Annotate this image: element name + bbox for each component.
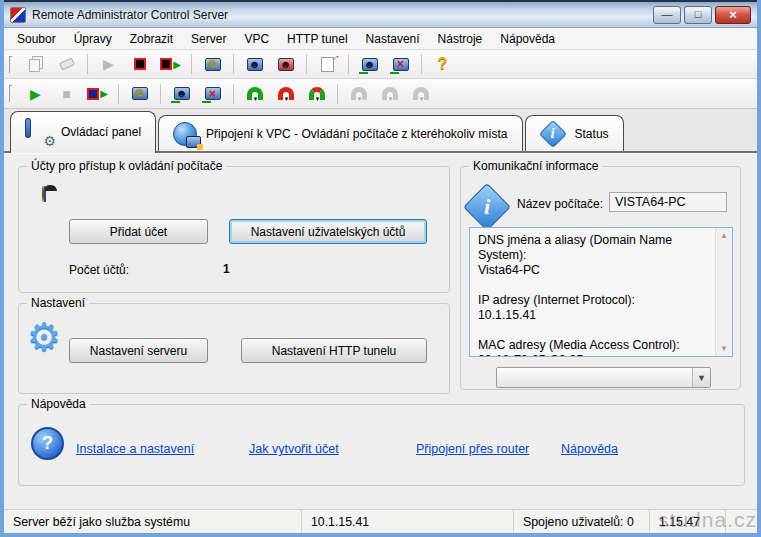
record-stop-icon[interactable]: [124, 52, 155, 76]
menu-soubor[interactable]: Soubor: [8, 29, 65, 49]
tab-label: Status: [575, 127, 609, 141]
link-create-account[interactable]: Jak vytvořit účet: [249, 442, 339, 456]
help-group: Nápověda ? Instalace a nastavení Jak vyt…: [18, 404, 745, 486]
tab-status[interactable]: i Status: [525, 115, 624, 151]
restart-server-icon[interactable]: ▶: [82, 82, 113, 106]
menu-bar: SouborÚpravyZobrazitServerVPCHTTP tunelN…: [4, 28, 757, 50]
play-icon[interactable]: ▶: [93, 52, 124, 76]
link-help[interactable]: Nápověda: [561, 442, 618, 456]
status-section-0: Server běží jako služba systému: [4, 510, 302, 533]
maximize-button[interactable]: □: [684, 6, 712, 24]
http-tunnel-restart-icon[interactable]: [301, 82, 332, 106]
monitor-gear-icon: [25, 121, 52, 143]
toolbar-grip[interactable]: [9, 85, 12, 102]
eraser-icon[interactable]: [51, 52, 82, 76]
info-diamond-icon: i: [467, 187, 507, 227]
tab-strip: Ovládací panel Připojení k VPC - Ovládán…: [4, 109, 757, 153]
menu--pravy[interactable]: Úpravy: [65, 29, 121, 49]
http-tunnel-start-icon[interactable]: [239, 82, 270, 106]
window-title: Remote Administrator Control Server: [32, 8, 228, 22]
menu-http-tunel[interactable]: HTTP tunel: [278, 29, 356, 49]
start-server-icon[interactable]: ▶: [20, 82, 51, 106]
toolbar-separator: [87, 54, 88, 74]
user-icon: [31, 187, 67, 229]
link-router-connection[interactable]: Připojení přes router: [416, 442, 529, 456]
http-proxy-2-icon[interactable]: [374, 82, 405, 106]
computer-name-label: Název počítače:: [517, 197, 603, 211]
globe-monitor-icon: [173, 122, 197, 146]
help-icon[interactable]: ?: [427, 52, 458, 76]
accounts-group: Účty pro přístup k ovládání počítače Při…: [18, 166, 450, 293]
user-accounts-settings-button[interactable]: Nastavení uživatelských účtů: [229, 219, 427, 244]
server-settings-icon-2[interactable]: ⚙: [124, 82, 155, 106]
toolbar-separator: [233, 54, 234, 74]
group-title: Komunikační informace: [469, 159, 602, 173]
disconnect-user-icon-2[interactable]: ×: [197, 82, 228, 106]
menu-vpc[interactable]: VPC: [235, 29, 278, 49]
group-title: Nápověda: [27, 397, 90, 411]
network-info-listbox[interactable]: DNS jména a aliasy (Domain Name System):…: [469, 227, 733, 357]
http-proxy-1-icon[interactable]: [343, 82, 374, 106]
toolbar-separator: [233, 84, 234, 104]
menu-n-stroje[interactable]: Nástroje: [429, 29, 492, 49]
user-session-red-icon[interactable]: ☻: [270, 52, 301, 76]
toolbar-separator: [191, 54, 192, 74]
dropdown-value: [497, 368, 692, 387]
app-logo-icon: [10, 7, 26, 23]
server-settings-button[interactable]: Nastavení serveru: [69, 338, 208, 363]
status-section-1: 10.1.15.41: [302, 510, 514, 533]
tab-label: Ovládací panel: [61, 125, 141, 139]
dropdown-arrow-icon[interactable]: ▼: [692, 368, 710, 387]
status-section-2: Spojeno uživatelů: 0: [514, 510, 650, 533]
title-bar: Remote Administrator Control Server — □ …: [4, 0, 757, 28]
menu-server[interactable]: Server: [182, 29, 235, 49]
group-title: Nastavení: [27, 296, 89, 310]
server-settings-icon[interactable]: ⚙: [197, 52, 228, 76]
menu-nastaven-[interactable]: Nastavení: [357, 29, 429, 49]
toolbar-separator: [337, 84, 338, 104]
status-section-4: [726, 510, 757, 533]
info-diamond-icon: i: [540, 121, 566, 147]
account-count-value: 1: [223, 262, 230, 276]
toolbar-server: ▶■▶⚙☻×: [4, 79, 757, 109]
toolbar-separator: [118, 84, 119, 104]
status-bar: Server běží jako služba systému10.1.15.4…: [4, 509, 757, 533]
user-session-blue-icon[interactable]: ☻: [239, 52, 270, 76]
record-play-icon[interactable]: ▶: [155, 52, 186, 76]
connect-user-icon-2[interactable]: ☻: [166, 82, 197, 106]
toolbar-separator: [348, 54, 349, 74]
network-adapter-dropdown[interactable]: ▼: [496, 367, 711, 388]
toolbar-main: ▶▶⚙☻☻→☻×?: [4, 50, 757, 79]
scroll-up-icon[interactable]: ▲: [720, 231, 728, 240]
gear-icon: ⚙: [27, 318, 61, 356]
minimize-button[interactable]: —: [653, 6, 681, 24]
disconnect-user-icon[interactable]: ×: [385, 52, 416, 76]
settings-group: Nastavení ⚙ Nastavení serveru Nastavení …: [18, 303, 450, 394]
menu-zobrazit[interactable]: Zobrazit: [121, 29, 182, 49]
http-tunnel-settings-button[interactable]: Nastavení HTTP tunelu: [241, 338, 427, 363]
tab-vpc-connection[interactable]: Připojení k VPC - Ovládání počítače z kt…: [158, 115, 522, 151]
stop-server-icon[interactable]: ■: [51, 82, 82, 106]
menu-n-pov-da[interactable]: Nápověda: [491, 29, 564, 49]
scrollbar[interactable]: ▲ ▼: [715, 228, 732, 356]
connect-user-icon[interactable]: ☻: [354, 52, 385, 76]
add-account-button[interactable]: Přidat účet: [69, 219, 208, 244]
window-controls: — □ ×: [653, 6, 751, 24]
toolbar-grip[interactable]: [9, 56, 12, 73]
toolbar-separator: [160, 84, 161, 104]
http-proxy-3-icon[interactable]: [405, 82, 436, 106]
account-count-label: Počet účtů:: [69, 263, 129, 277]
link-installation[interactable]: Instalace a nastavení: [76, 442, 194, 456]
status-section-3: 1.15.47: [650, 510, 726, 533]
help-circle-icon: ?: [31, 427, 64, 460]
toolbar-separator: [421, 54, 422, 74]
http-tunnel-stop-icon[interactable]: [270, 82, 301, 106]
control-panel-page: Účty pro přístup k ovládání počítače Při…: [4, 153, 757, 509]
scroll-down-icon[interactable]: ▼: [720, 344, 728, 353]
export-log-icon[interactable]: →: [312, 52, 343, 76]
copy-icon[interactable]: [20, 52, 51, 76]
computer-name-input[interactable]: [609, 192, 727, 212]
close-button[interactable]: ×: [715, 6, 751, 24]
tab-control-panel[interactable]: Ovládací panel: [10, 111, 156, 153]
group-title: Účty pro přístup k ovládání počítače: [27, 159, 226, 173]
